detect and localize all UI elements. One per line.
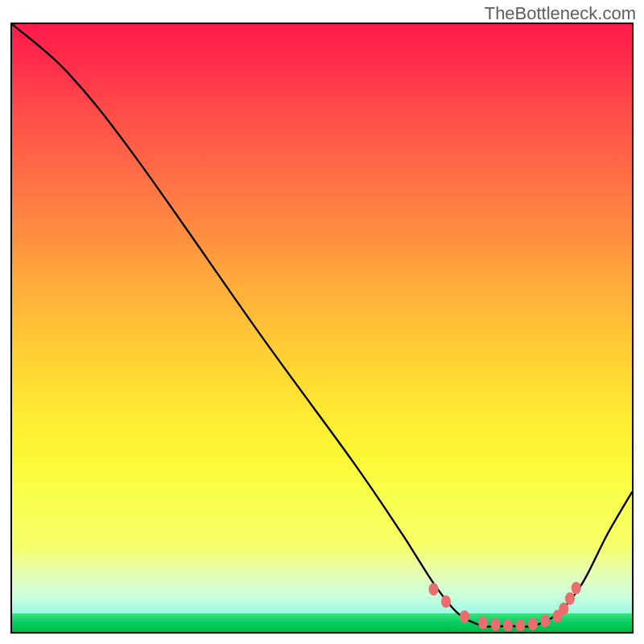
dot-7 bbox=[528, 617, 538, 630]
dot-8 bbox=[540, 615, 550, 628]
dot-10 bbox=[559, 603, 568, 616]
dot-12 bbox=[572, 582, 581, 595]
dots-layer bbox=[12, 24, 632, 632]
dot-2 bbox=[460, 610, 469, 623]
watermark-text: TheBottleneck.com bbox=[485, 3, 636, 24]
dots-group bbox=[429, 582, 581, 632]
dot-3 bbox=[478, 617, 488, 630]
dot-6 bbox=[515, 619, 525, 632]
dot-5 bbox=[503, 619, 513, 632]
dot-1 bbox=[441, 596, 451, 609]
dot-4 bbox=[491, 618, 501, 631]
dot-0 bbox=[429, 583, 439, 596]
dot-11 bbox=[565, 592, 575, 605]
chart-root: TheBottleneck.com bbox=[0, 0, 644, 644]
chart-frame bbox=[10, 23, 634, 634]
